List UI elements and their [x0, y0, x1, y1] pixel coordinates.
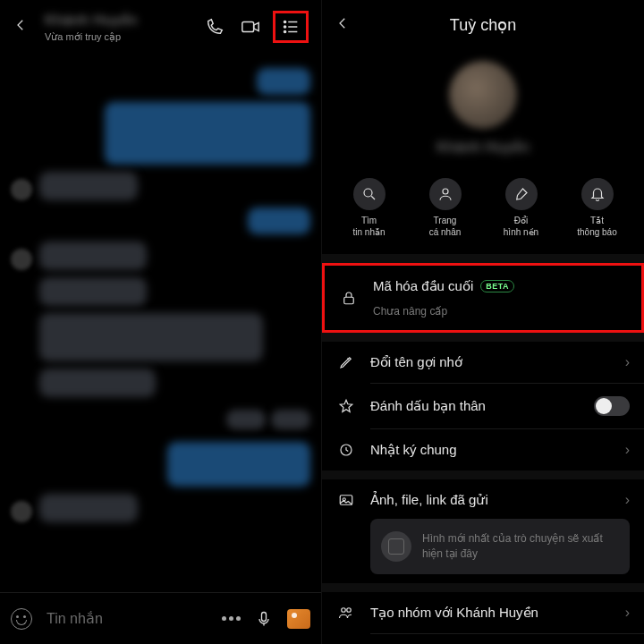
placeholder-image-icon — [381, 531, 411, 562]
more-button[interactable] — [222, 616, 241, 621]
best-friend-row[interactable]: Đánh dấu bạn thân — [322, 384, 644, 428]
contact-name: Khánh Huyền — [45, 11, 189, 30]
message-input[interactable]: Tin nhắn — [47, 610, 208, 627]
voice-button[interactable] — [255, 608, 273, 630]
menu-button[interactable] — [281, 17, 301, 37]
quick-actions: Tìm tin nhắn Trang cá nhân Đổi hình nền … — [322, 165, 644, 254]
contact-info[interactable]: Khánh Huyền Vừa mới truy cập — [45, 11, 189, 43]
media-row[interactable]: Ảnh, file, link đã gửi › — [322, 479, 644, 513]
chevron-right-icon: › — [625, 442, 630, 458]
menu-button-highlight — [273, 11, 309, 43]
image-icon — [336, 492, 356, 508]
video-call-button[interactable] — [241, 17, 260, 37]
sticker-button[interactable] — [11, 608, 32, 630]
svg-point-8 — [364, 189, 372, 197]
svg-point-1 — [284, 21, 285, 22]
beta-badge: BETA — [480, 280, 514, 292]
svg-point-14 — [342, 608, 346, 613]
e2e-title: Mã hóa đầu cuối — [373, 278, 473, 294]
group-add-icon — [336, 605, 356, 621]
call-button[interactable] — [205, 17, 225, 37]
create-group-row[interactable]: Tạo nhóm với Khánh Huyền › — [322, 592, 644, 633]
svg-point-3 — [284, 26, 285, 28]
svg-rect-7 — [262, 612, 267, 621]
svg-point-5 — [284, 30, 285, 32]
svg-rect-10 — [344, 297, 354, 304]
e2e-subtitle: Chưa nâng cấp — [373, 305, 627, 318]
star-icon — [336, 398, 356, 414]
search-icon — [353, 178, 386, 210]
options-header: Tuỳ chọn — [322, 0, 644, 50]
last-seen: Vừa mới truy cập — [45, 31, 189, 43]
chevron-right-icon: › — [625, 354, 630, 370]
media-empty-placeholder: Hình mới nhất của trò chuyện sẽ xuất hiệ… — [370, 519, 630, 574]
profile-name: Khánh Huyền — [436, 138, 530, 157]
person-icon — [429, 178, 462, 210]
back-button[interactable] — [13, 17, 29, 37]
profile-avatar[interactable] — [449, 61, 517, 129]
profile-section: Khánh Huyền — [322, 50, 644, 165]
best-friend-toggle[interactable] — [594, 396, 630, 416]
svg-rect-0 — [242, 22, 254, 32]
svg-point-9 — [443, 189, 448, 194]
options-screen: Tuỳ chọn Khánh Huyền Tìm tin nhắn Trang … — [322, 0, 644, 644]
options-title: Tuỳ chọn — [361, 15, 605, 35]
back-button[interactable] — [335, 15, 351, 35]
change-wallpaper-action[interactable]: Đổi hình nền — [489, 178, 554, 238]
search-messages-action[interactable]: Tìm tin nhắn — [337, 178, 402, 238]
options-list: Mã hóa đầu cuối BETA Chưa nâng cấp Đổi t… — [322, 263, 644, 644]
image-button[interactable] — [287, 609, 310, 629]
chevron-right-icon: › — [625, 492, 630, 508]
chat-screen: Khánh Huyền Vừa mới truy cập Tin nhắn — [0, 0, 322, 644]
shared-diary-row[interactable]: Nhật ký chung › — [322, 429, 644, 470]
message-input-bar: Tin nhắn — [0, 592, 321, 644]
rename-row[interactable]: Đổi tên gợi nhớ › — [322, 342, 644, 383]
add-to-group-row[interactable]: Thêm Khánh Huyền vào nhóm › — [322, 634, 644, 644]
profile-page-action[interactable]: Trang cá nhân — [413, 178, 478, 238]
pencil-icon — [336, 354, 356, 370]
brush-icon — [505, 178, 538, 210]
mute-notifications-action[interactable]: Tắt thông báo — [565, 178, 630, 238]
bell-icon — [581, 178, 614, 210]
chat-body[interactable] — [0, 54, 321, 587]
end-to-end-encryption-row[interactable]: Mã hóa đầu cuối BETA Chưa nâng cấp — [322, 263, 644, 333]
lock-icon — [339, 289, 359, 307]
chat-header: Khánh Huyền Vừa mới truy cập — [0, 0, 321, 54]
chevron-right-icon: › — [625, 605, 630, 621]
svg-point-15 — [347, 608, 352, 613]
clock-icon — [336, 442, 356, 458]
